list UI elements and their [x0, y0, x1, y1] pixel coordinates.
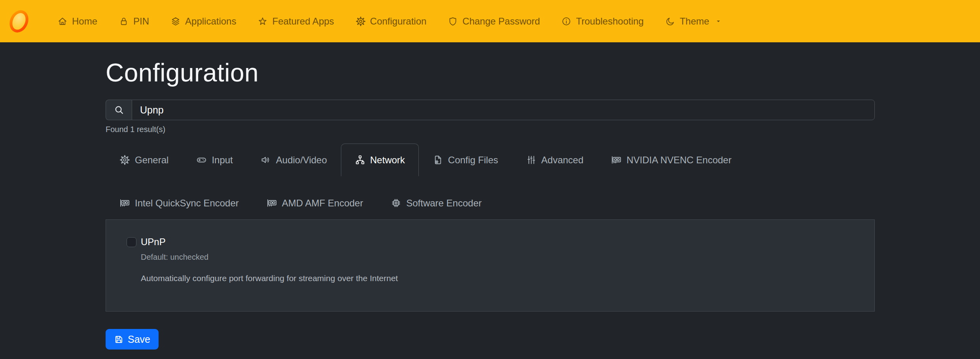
controller-icon — [196, 155, 207, 165]
search-group — [106, 100, 875, 120]
tab-label: Input — [212, 155, 233, 166]
nav-item-change-password[interactable]: Change Password — [437, 16, 551, 27]
nav-item-featured-apps[interactable]: Featured Apps — [247, 16, 344, 27]
tab-label: Network — [370, 155, 405, 166]
tab-software-encoder[interactable]: Software Encoder — [377, 187, 496, 219]
nav-item-label: PIN — [133, 16, 149, 27]
star-icon — [257, 16, 268, 26]
gpu-card-icon — [119, 198, 130, 208]
gear-icon — [119, 155, 130, 165]
tab-amd-amf-encoder[interactable]: AMD AMF Encoder — [253, 187, 377, 219]
nav-item-theme-dropdown[interactable]: Theme — [655, 16, 732, 27]
page-title: Configuration — [106, 60, 875, 86]
shield-icon — [448, 16, 458, 26]
upnp-checkbox[interactable] — [127, 237, 136, 247]
search-icon — [114, 104, 125, 115]
nav-item-label: Featured Apps — [272, 16, 334, 27]
content-panel: UPnP Default: unchecked Automatically co… — [106, 219, 875, 312]
nav-item-troubleshooting[interactable]: Troubleshooting — [551, 16, 654, 27]
tab-general[interactable]: General — [106, 144, 182, 176]
tab-label: Audio/Video — [276, 155, 327, 166]
search-addon — [106, 100, 132, 120]
moon-icon — [665, 16, 675, 26]
navbar: Home PIN Applications Featured Apps Conf… — [0, 0, 980, 42]
tab-label: Config Files — [448, 155, 498, 166]
tab-config-files[interactable]: Config Files — [419, 144, 512, 176]
home-icon — [57, 16, 68, 26]
info-circle-icon — [561, 16, 571, 26]
speaker-icon — [261, 155, 271, 165]
gear-icon — [356, 16, 366, 26]
search-results-count: Found 1 result(s) — [106, 125, 875, 134]
lock-icon — [119, 16, 129, 26]
upnp-setting-row: UPnP — [127, 236, 854, 248]
nav-item-label: Theme — [680, 16, 709, 27]
sunshine-logo[interactable] — [7, 9, 31, 34]
cpu-icon — [391, 198, 401, 208]
search-input[interactable] — [132, 100, 875, 120]
nav-item-configuration[interactable]: Configuration — [345, 16, 437, 27]
nav-item-label: Change Password — [462, 16, 540, 27]
tab-label: NVIDIA NVENC Encoder — [626, 155, 731, 166]
tab-label: Intel QuickSync Encoder — [135, 198, 239, 209]
tab-label: Advanced — [541, 155, 584, 166]
nav-item-label: Configuration — [370, 16, 427, 27]
nav-item-label: Home — [72, 16, 97, 27]
tab-network[interactable]: Network — [341, 144, 419, 176]
sliders-icon — [526, 155, 537, 165]
stack-icon — [170, 16, 181, 26]
tab-audio-video[interactable]: Audio/Video — [247, 144, 341, 176]
upnp-label[interactable]: UPnP — [141, 236, 166, 248]
nav-item-label: Troubleshooting — [576, 16, 643, 27]
gpu-card-icon — [611, 155, 622, 165]
upnp-description: Automatically configure port forwarding … — [141, 274, 854, 283]
save-button[interactable]: Save — [106, 329, 159, 350]
nav-item-applications[interactable]: Applications — [160, 16, 247, 27]
save-icon — [114, 334, 124, 344]
caret-down-icon — [715, 18, 721, 24]
nav-item-label: Applications — [185, 16, 236, 27]
gpu-card-icon — [267, 198, 277, 208]
nav-item-home[interactable]: Home — [47, 16, 108, 27]
file-gear-icon — [433, 155, 443, 165]
save-button-label: Save — [128, 334, 150, 345]
tab-label: AMD AMF Encoder — [282, 198, 363, 209]
nav-item-pin[interactable]: PIN — [108, 16, 160, 27]
tab-nvidia-nvenc-encoder[interactable]: NVIDIA NVENC Encoder — [597, 144, 745, 176]
tab-label: General — [135, 155, 168, 166]
tab-bar: General Input Audio/Video Network Config… — [106, 144, 875, 219]
configuration-page: Configuration Found 1 result(s) General … — [106, 60, 875, 350]
upnp-default-text: Default: unchecked — [141, 253, 854, 262]
tab-input[interactable]: Input — [182, 144, 246, 176]
tab-intel-quicksync-encoder[interactable]: Intel QuickSync Encoder — [106, 187, 253, 219]
tab-advanced[interactable]: Advanced — [512, 144, 598, 176]
network-icon — [355, 155, 365, 165]
tab-label: Software Encoder — [406, 198, 482, 209]
